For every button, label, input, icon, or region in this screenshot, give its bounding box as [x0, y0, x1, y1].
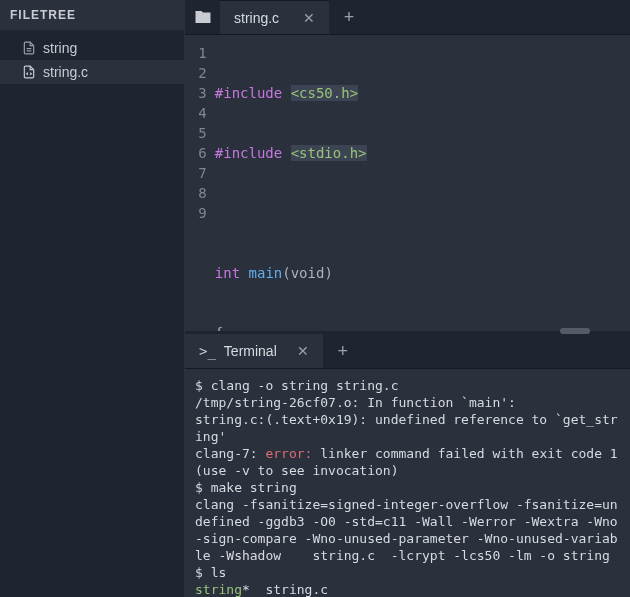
tree-item-label: string.c — [43, 64, 88, 80]
tree-item-label: string — [43, 40, 77, 56]
panel-resize-handle[interactable] — [185, 331, 630, 334]
tab-label: string.c — [234, 10, 279, 26]
code-content[interactable]: #include <cs50.h> #include <stdio.h> int… — [213, 35, 630, 331]
terminal[interactable]: $ clang -o string string.c /tmp/string-2… — [185, 369, 630, 597]
editor-tabbar: string.c ✕ + — [185, 0, 630, 35]
tab-terminal[interactable]: >_ Terminal ✕ — [185, 334, 323, 368]
tab-string-c[interactable]: string.c ✕ — [220, 0, 329, 34]
open-folder-button[interactable] — [185, 0, 220, 34]
sidebar-title: FILETREE — [0, 0, 184, 30]
close-icon[interactable]: ✕ — [303, 10, 315, 26]
tab-label: Terminal — [224, 343, 277, 359]
terminal-tabbar: >_ Terminal ✕ + — [185, 334, 630, 369]
main-area: string.c ✕ + 1 2 3 4 5 6 7 8 9 #include … — [185, 0, 630, 597]
code-file-icon — [22, 65, 36, 79]
line-gutter: 1 2 3 4 5 6 7 8 9 — [185, 35, 213, 331]
file-tree: string string.c — [0, 30, 184, 90]
new-tab-button[interactable]: + — [329, 0, 369, 34]
sidebar: FILETREE string string.c — [0, 0, 185, 597]
close-icon[interactable]: ✕ — [297, 343, 309, 359]
terminal-icon: >_ — [199, 343, 216, 359]
tree-item-string[interactable]: string — [0, 36, 184, 60]
code-editor[interactable]: 1 2 3 4 5 6 7 8 9 #include <cs50.h> #inc… — [185, 35, 630, 331]
new-terminal-button[interactable]: + — [323, 334, 363, 368]
file-icon — [22, 41, 36, 55]
tree-item-string-c[interactable]: string.c — [0, 60, 184, 84]
folder-icon — [194, 8, 212, 26]
